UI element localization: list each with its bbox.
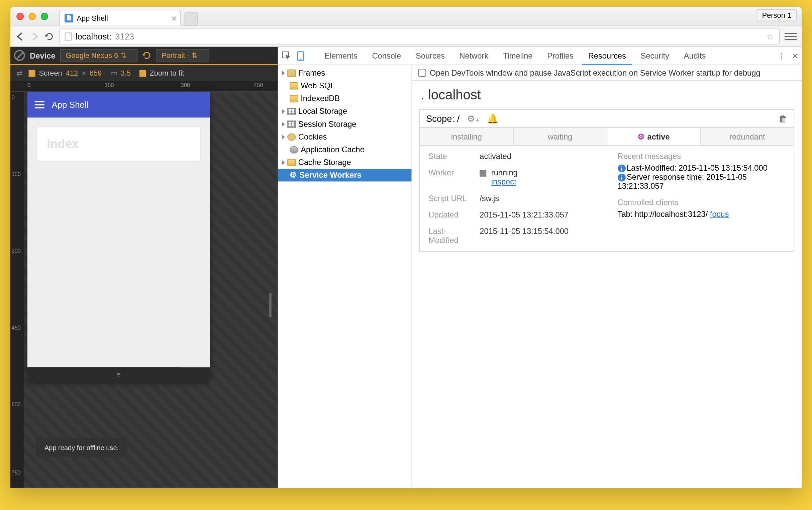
reload-button[interactable] xyxy=(44,31,54,41)
sw-lifecycle-tabs: installing waiting ⚙active redundant xyxy=(419,127,794,146)
rotate-reload-icon[interactable] xyxy=(143,51,151,60)
inspect-link[interactable]: inspect xyxy=(491,177,516,187)
address-bar[interactable]: localhost:3123 ☆ xyxy=(59,28,780,44)
lc-redundant[interactable]: redundant xyxy=(701,128,793,145)
minimize-window-button[interactable] xyxy=(29,12,36,20)
svg-point-3 xyxy=(300,58,301,60)
updated-value: 2015-11-05 13:21:33.057 xyxy=(480,210,569,219)
app-header: App Shell xyxy=(27,92,210,117)
tab-security[interactable]: Security xyxy=(634,47,675,64)
stop-worker-icon[interactable] xyxy=(480,170,486,177)
browser-menu-button[interactable] xyxy=(785,30,796,42)
tree-sessionstorage[interactable]: Session Storage xyxy=(278,117,412,130)
device-select[interactable]: Google Nexus 6 ⇅ xyxy=(60,49,138,61)
offline-toast: App ready for offline use. xyxy=(36,438,127,457)
sw-settings-icon[interactable]: ⚙₊ xyxy=(467,113,480,124)
screen-height[interactable]: 659 xyxy=(90,69,102,77)
devtools-panel: Elements Console Sources Network Timelin… xyxy=(278,47,802,488)
focus-link[interactable]: focus xyxy=(710,209,729,219)
sw-delete-icon[interactable]: 🗑 xyxy=(779,113,788,124)
tab-profiles[interactable]: Profiles xyxy=(541,47,579,64)
horizontal-ruler: 0 150 300 450 xyxy=(10,81,278,92)
back-button[interactable] xyxy=(16,31,25,41)
inspect-element-icon[interactable] xyxy=(282,51,292,61)
lc-active[interactable]: ⚙active xyxy=(607,128,701,145)
controlled-client-row: Tab: http://localhost:3123/ focus xyxy=(618,209,785,219)
new-tab-button[interactable] xyxy=(185,12,198,25)
close-tab-button[interactable]: × xyxy=(172,13,177,23)
maximize-window-button[interactable] xyxy=(41,12,48,20)
app-body: Index xyxy=(27,117,210,367)
tree-localstorage[interactable]: Local Storage xyxy=(278,105,412,117)
zoom-checkbox[interactable] xyxy=(139,69,146,76)
tab-resources[interactable]: Resources xyxy=(582,47,632,65)
sw-scope-label: Scope: / xyxy=(426,113,459,124)
disable-emulation-icon[interactable] xyxy=(14,50,25,61)
device-sub-toolbar: ⇄ Screen 412 × 659 ▭ 3.5 Zoom to fit xyxy=(10,65,278,81)
lc-waiting[interactable]: waiting xyxy=(514,128,607,145)
sw-pause-option: Open DevTools window and pause JavaScrip… xyxy=(412,65,802,81)
times-symbol: × xyxy=(82,69,86,77)
devtools-close-icon[interactable]: × xyxy=(792,50,798,61)
bookmark-star-icon[interactable]: ☆ xyxy=(766,31,774,41)
info-icon: i xyxy=(618,164,626,172)
sw-bell-icon[interactable]: 🔔 xyxy=(487,113,499,124)
scrollbar-handle[interactable] xyxy=(269,293,272,317)
traffic-lights xyxy=(17,12,48,20)
tree-appcache[interactable]: Application Cache xyxy=(278,143,412,156)
screen-width[interactable]: 412 xyxy=(66,69,78,77)
service-worker-panel: Open DevTools window and pause JavaScrip… xyxy=(412,65,802,488)
tree-websql[interactable]: Web SQL xyxy=(278,79,412,92)
tab-console[interactable]: Console xyxy=(366,47,407,64)
sw-pause-checkbox[interactable] xyxy=(418,69,426,77)
device-emulator-panel: Device Google Nexus 6 ⇅ Portrait ‑ ⇅ ⇄ S… xyxy=(10,47,278,488)
page-icon xyxy=(64,32,72,40)
zoom-label: Zoom to fit xyxy=(150,69,184,77)
tab-elements[interactable]: Elements xyxy=(319,47,363,64)
browser-window: 📄 App Shell × Person 1 localhost:3123 ☆ xyxy=(10,7,802,488)
tab-title: App Shell xyxy=(77,14,108,22)
tab-timeline[interactable]: Timeline xyxy=(497,47,539,64)
tree-cookies[interactable]: Cookies xyxy=(278,130,412,143)
url-host: localhost: xyxy=(76,31,112,41)
sw-host-heading: . localhost xyxy=(412,81,802,109)
tree-frames[interactable]: Frames xyxy=(278,66,412,79)
resources-tree: Frames Web SQL IndexedDB Local Storage S… xyxy=(278,65,412,488)
gear-icon: ⚙ xyxy=(637,132,645,141)
tree-indexeddb[interactable]: IndexedDB xyxy=(278,92,412,105)
forward-button[interactable] xyxy=(30,31,39,41)
dpr-value[interactable]: 3.5 xyxy=(121,69,131,77)
toggle-device-icon[interactable] xyxy=(294,51,307,61)
index-card: Index xyxy=(37,127,200,161)
modified-value: 2015-11-05 13:15:54.000 xyxy=(480,227,569,245)
tab-network[interactable]: Network xyxy=(453,47,494,64)
recent-messages-title: Recent messages xyxy=(618,151,785,161)
tab-sources[interactable]: Sources xyxy=(410,47,451,64)
browser-tab[interactable]: 📄 App Shell × xyxy=(59,10,181,25)
recent-message-1: iLast-Modified: 2015-11-05 13:15:54.000 xyxy=(618,163,785,172)
worker-status: running xyxy=(491,168,518,177)
updated-label: Updated xyxy=(428,210,470,219)
device-toolbar: Device Google Nexus 6 ⇅ Portrait ‑ ⇅ xyxy=(10,47,278,65)
script-value: /sw.js xyxy=(480,194,499,203)
info-icon: i xyxy=(618,174,626,182)
modified-label: Last-Modified xyxy=(428,227,470,245)
state-label: State xyxy=(428,151,470,161)
lc-installing[interactable]: installing xyxy=(420,128,514,145)
titlebar: 📄 App Shell × Person 1 xyxy=(10,7,802,26)
screen-label: Screen xyxy=(39,69,62,77)
sw-details: Stateactivated Worker running inspect Sc… xyxy=(419,146,794,252)
tree-cachestorage[interactable]: Cache Storage xyxy=(278,156,412,169)
close-window-button[interactable] xyxy=(17,12,24,20)
tree-serviceworkers[interactable]: ⚙Service Workers xyxy=(278,169,412,181)
tab-audits[interactable]: Audits xyxy=(678,47,712,64)
favicon-icon: 📄 xyxy=(64,14,73,22)
profile-button[interactable]: Person 1 xyxy=(756,9,796,21)
orientation-select[interactable]: Portrait ‑ ⇅ xyxy=(156,49,209,61)
hamburger-icon[interactable] xyxy=(35,101,44,108)
state-value: activated xyxy=(480,151,511,161)
devtools-menu-icon[interactable]: ⋮ xyxy=(777,51,785,60)
controlled-clients-title: Controlled clients xyxy=(618,198,785,207)
emulated-device: App Shell Index ≡ xyxy=(27,92,210,382)
screen-checkbox[interactable] xyxy=(29,69,35,76)
